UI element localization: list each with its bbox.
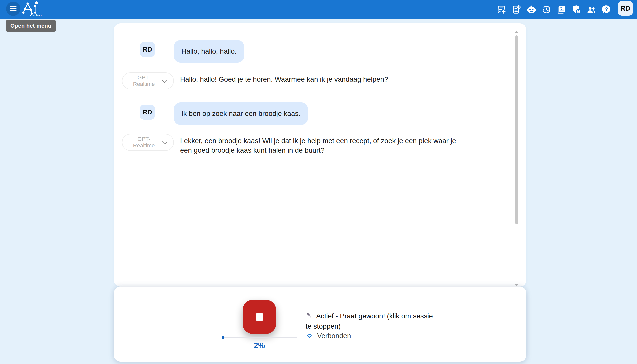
svg-text:?: ? [605, 6, 608, 12]
assistant-message-text: Lekker, een broodje kaas! Wil je dat ik … [180, 136, 468, 155]
help-icon: ? [602, 5, 612, 15]
media-library-button[interactable] [556, 5, 566, 15]
profile-avatar[interactable]: RD [618, 1, 633, 16]
bot-icon [526, 5, 536, 15]
volume-percent-label: 2% [222, 341, 297, 350]
media-library-icon [556, 5, 566, 15]
history-icon [542, 5, 552, 15]
session-status[interactable]: Actief - Praat gewoon! (klik om sessie t… [306, 311, 439, 332]
model-label: GPT-Realtime [128, 74, 160, 88]
logo-subtext: school [33, 14, 42, 17]
voice-session-panel: 2% Actief - Praat gewoon! (klik om sessi… [114, 287, 526, 362]
session-status-text: Actief - Praat gewoon! (klik om sessie t… [306, 312, 433, 330]
header-icon-group: ? [496, 0, 612, 20]
model-selector[interactable]: GPT-Realtime [122, 72, 174, 90]
user-avatar: RD [140, 42, 155, 57]
admin-shield-button[interactable] [572, 5, 582, 15]
top-bar: school [0, 0, 637, 20]
assistant-message-text: Hallo, hallo! Goed je te horen. Waarmee … [180, 75, 388, 84]
user-avatar: RD [140, 105, 155, 120]
app-logo[interactable]: school [21, 1, 46, 18]
model-selector[interactable]: GPT-Realtime [122, 134, 174, 151]
new-chat-button[interactable] [496, 5, 506, 15]
stop-icon [256, 314, 263, 321]
history-button[interactable] [542, 5, 552, 15]
chevron-down-icon [162, 139, 168, 144]
menu-button[interactable] [6, 2, 20, 16]
ai-school-logo-icon: school [21, 1, 46, 18]
scrollbar-down-arrow[interactable] [514, 284, 519, 286]
microphone-icon [306, 312, 313, 320]
voice-transcript-button[interactable] [512, 5, 522, 15]
user-message-bubble: Ik ben op zoek naar een broodje kaas. [174, 102, 308, 125]
user-message-bubble: Hallo, hallo, hallo. [174, 40, 244, 63]
menu-tooltip: Open het menu [6, 20, 56, 32]
admin-shield-icon [572, 5, 582, 15]
chevron-down-icon [162, 78, 168, 83]
voice-transcript-icon [512, 5, 522, 15]
chat-panel: RD Hallo, hallo, hallo. GPT-Realtime Hal… [114, 24, 526, 287]
scrollbar-up-arrow[interactable] [514, 31, 519, 34]
bot-button[interactable] [526, 5, 536, 15]
users-button[interactable] [586, 5, 596, 15]
model-label: GPT-Realtime [128, 136, 160, 149]
stop-session-button[interactable] [243, 300, 276, 334]
new-chat-icon [496, 5, 506, 15]
volume-progress-fill [222, 336, 224, 339]
connection-status: Verbonden [306, 332, 351, 340]
volume-progress-bar [222, 337, 297, 338]
help-button[interactable]: ? [602, 5, 612, 15]
connection-status-text: Verbonden [317, 332, 351, 340]
wifi-icon [306, 332, 314, 340]
hamburger-icon [10, 6, 17, 8]
users-icon [586, 5, 596, 15]
scrollbar-thumb[interactable] [516, 36, 518, 224]
